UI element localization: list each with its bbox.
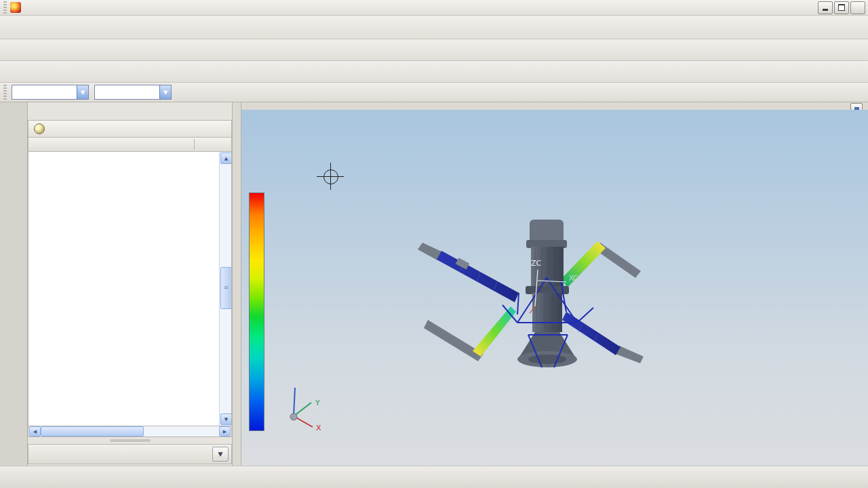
preview-section[interactable]: ▼ bbox=[28, 444, 232, 464]
panel-resize-handle[interactable] bbox=[110, 439, 151, 442]
vertical-scrollbar[interactable]: ▲ ▼ bbox=[219, 152, 231, 426]
toolbar-assemblies bbox=[0, 466, 868, 488]
chevron-down-icon[interactable]: ▼ bbox=[77, 85, 88, 99]
scroll-right-icon[interactable]: ▶ bbox=[219, 426, 231, 436]
fringe-legend-bar bbox=[249, 192, 264, 431]
post-processing-navigator-panel: ▲ ▼ ◀ ▶ ▼ bbox=[28, 102, 233, 466]
zc-axis-label: ZC bbox=[531, 259, 542, 268]
resource-bar bbox=[0, 102, 28, 466]
scrollbar-thumb[interactable] bbox=[220, 267, 232, 309]
selection-scope-select[interactable]: ▼ bbox=[94, 85, 172, 100]
scrollbar-thumb[interactable] bbox=[41, 426, 144, 436]
navigator-tree: ▲ ▼ bbox=[28, 152, 232, 426]
selection-filter-select[interactable]: ▼ bbox=[12, 85, 89, 100]
graphics-top-strip bbox=[241, 102, 868, 110]
graphics-canvas[interactable]: ZC XC Y X bbox=[241, 110, 868, 466]
y-axis-label: Y bbox=[315, 399, 320, 407]
panel-splitter[interactable] bbox=[233, 102, 241, 466]
main-area: ▲ ▼ ◀ ▶ ▼ bbox=[0, 102, 868, 466]
restore-button[interactable] bbox=[834, 1, 849, 14]
toolbar-grip[interactable] bbox=[3, 85, 7, 100]
chevron-down-icon[interactable]: ▼ bbox=[159, 85, 171, 99]
coordinate-triad: Y X bbox=[281, 382, 332, 435]
menu-bar bbox=[0, 0, 868, 16]
toolbar-grip[interactable] bbox=[3, 1, 7, 14]
selection-bar: ▼ ▼ bbox=[0, 83, 868, 102]
panel-header bbox=[28, 120, 232, 137]
toolbar-standard bbox=[0, 16, 868, 39]
navigator-icon bbox=[34, 123, 45, 134]
tree-column-header[interactable] bbox=[28, 137, 232, 152]
x-axis-label: X bbox=[316, 424, 321, 432]
satellite-model[interactable]: ZC XC bbox=[416, 213, 656, 375]
scroll-left-icon[interactable]: ◀ bbox=[29, 426, 41, 436]
scroll-down-icon[interactable]: ▼ bbox=[220, 413, 232, 425]
horizontal-scrollbar[interactable]: ◀ ▶ bbox=[28, 426, 232, 437]
crosshair-cursor bbox=[321, 167, 340, 186]
app-logo-icon bbox=[10, 2, 21, 13]
close-button[interactable] bbox=[850, 1, 865, 14]
minimize-button[interactable] bbox=[818, 1, 833, 14]
toolbar-analysis bbox=[0, 39, 868, 61]
column-divider[interactable] bbox=[194, 139, 195, 150]
toolbar-view-animation bbox=[0, 61, 868, 83]
xc-axis-label: XC bbox=[569, 274, 578, 282]
chevron-down-icon[interactable]: ▼ bbox=[212, 447, 229, 462]
graphics-window: ZC XC Y X bbox=[241, 102, 868, 466]
scroll-up-icon[interactable]: ▲ bbox=[220, 152, 232, 164]
